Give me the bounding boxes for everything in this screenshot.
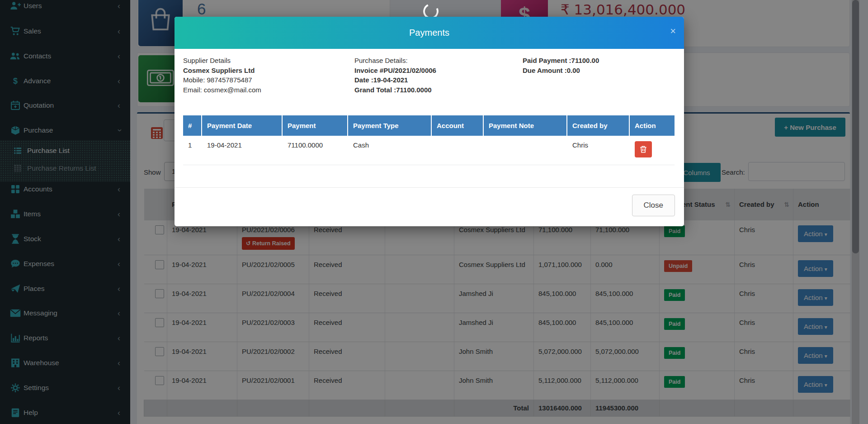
payment-details: Supplier Details Cosmex Suppliers Ltd Mo… bbox=[183, 56, 675, 95]
payments-table-header: #Payment DatePaymentPayment TypeAccountP… bbox=[183, 115, 675, 136]
modal-title: Payments bbox=[175, 17, 684, 49]
supplier-mobile: Mobile: 987457875487 bbox=[183, 75, 354, 85]
cell-payment-type: Cash bbox=[348, 136, 432, 165]
delete-payment-button[interactable] bbox=[635, 141, 652, 157]
payments-column-header: Payment Date bbox=[202, 115, 283, 136]
supplier-details: Supplier Details Cosmex Suppliers Ltd Mo… bbox=[183, 56, 354, 95]
purchase-date: Date :19-04-2021 bbox=[354, 75, 523, 85]
payments-column-header: # bbox=[183, 115, 202, 136]
close-icon[interactable]: × bbox=[670, 26, 676, 36]
purchase-grand-total: Grand Total :71100.0000 bbox=[354, 85, 523, 95]
payments-column-header: Created by bbox=[567, 115, 630, 136]
payments-column-header: Payment bbox=[283, 115, 348, 136]
cell-no: 1 bbox=[183, 136, 202, 165]
payments-column-header: Account bbox=[432, 115, 484, 136]
cell-payment-amount: 71100.0000 bbox=[283, 136, 348, 165]
payments-table: #Payment DatePaymentPayment TypeAccountP… bbox=[183, 115, 675, 165]
purchase-details: Purchase Details: Invoice #PU/2021/02/00… bbox=[354, 56, 523, 95]
payments-column-header: Payment Type bbox=[348, 115, 432, 136]
supplier-email: Email: cosmex@mail.com bbox=[183, 85, 354, 95]
purchase-invoice: Invoice #PU/2021/02/0006 bbox=[354, 66, 523, 76]
due-amount: Due Amount :0.00 bbox=[523, 66, 675, 76]
payment-row: 119-04-202171100.0000CashChris bbox=[183, 136, 675, 165]
supplier-name: Cosmex Suppliers Ltd bbox=[183, 66, 354, 76]
cell-account bbox=[432, 136, 484, 165]
purchase-heading: Purchase Details: bbox=[354, 56, 523, 66]
supplier-heading: Supplier Details bbox=[183, 56, 354, 66]
cell-payment-date: 19-04-2021 bbox=[202, 136, 283, 165]
payments-modal-header: Payments × bbox=[175, 17, 684, 49]
payments-modal: Payments × Supplier Details Cosmex Suppl… bbox=[175, 17, 684, 226]
cell-created-by: Chris bbox=[567, 136, 630, 165]
trash-icon bbox=[639, 145, 647, 154]
modal-footer: Close bbox=[175, 187, 684, 226]
payments-column-header: Payment Note bbox=[484, 115, 567, 136]
close-button[interactable]: Close bbox=[632, 195, 675, 216]
cell-payment-note bbox=[484, 136, 567, 165]
payment-summary: Paid Payment :71100.00 Due Amount :0.00 bbox=[523, 56, 675, 95]
payments-column-header: Action bbox=[630, 115, 675, 136]
paid-payment: Paid Payment :71100.00 bbox=[523, 56, 675, 66]
